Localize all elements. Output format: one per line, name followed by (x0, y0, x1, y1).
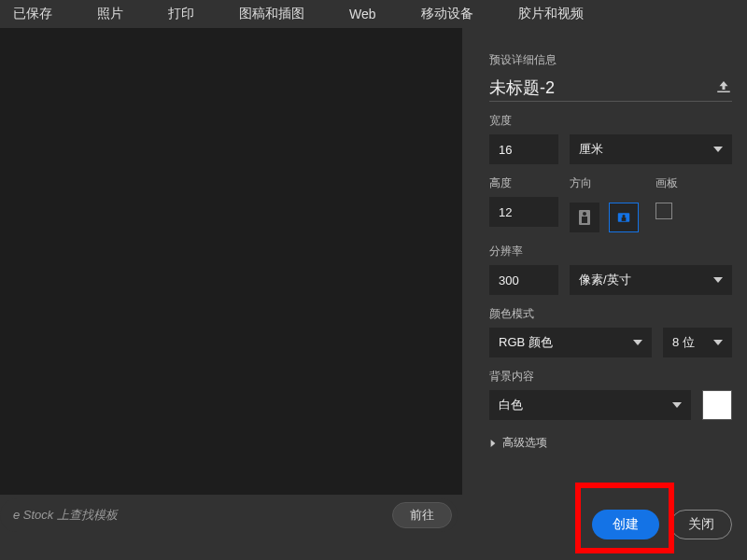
svg-point-4 (622, 215, 625, 217)
stock-search-bar[interactable]: e Stock 上查找模板 前往 (0, 498, 458, 532)
height-input[interactable] (489, 197, 558, 227)
color-mode-select[interactable]: RGB 颜色 (489, 328, 652, 357)
width-input[interactable] (489, 134, 558, 164)
chevron-down-icon (713, 338, 723, 347)
tab-mobile[interactable]: 移动设备 (417, 4, 477, 24)
create-button[interactable]: 创建 (592, 510, 659, 539)
chevron-down-icon (633, 338, 642, 347)
advanced-options-toggle[interactable]: 高级选项 (489, 435, 732, 451)
tab-web[interactable]: Web (345, 5, 380, 23)
orientation-portrait-button[interactable] (570, 203, 599, 232)
save-preset-icon[interactable] (715, 81, 732, 94)
orientation-label: 方向 (570, 175, 639, 191)
bit-depth-select[interactable]: 8 位 (663, 328, 732, 357)
svg-point-1 (583, 212, 586, 216)
width-unit-select[interactable]: 厘米 (570, 134, 732, 164)
advanced-options-label: 高级选项 (502, 435, 547, 451)
tab-print[interactable]: 打印 (164, 4, 198, 24)
color-mode-label: 颜色模式 (489, 306, 732, 322)
chevron-down-icon (713, 275, 723, 285)
background-label: 背景内容 (489, 369, 732, 385)
width-label: 宽度 (489, 113, 732, 129)
chevron-down-icon (713, 145, 723, 154)
color-mode-value: RGB 颜色 (499, 334, 553, 351)
tab-photo[interactable]: 照片 (93, 4, 127, 24)
svg-rect-5 (622, 217, 627, 221)
stock-go-button[interactable]: 前往 (392, 502, 452, 528)
close-button[interactable]: 关闭 (670, 510, 732, 539)
resolution-input[interactable] (489, 265, 558, 295)
preset-preview-area (0, 28, 462, 495)
resolution-unit-select[interactable]: 像素/英寸 (570, 265, 732, 295)
preset-details-heading: 预设详细信息 (489, 52, 732, 68)
category-tabs: 已保存 照片 打印 图稿和插图 Web 移动设备 胶片和视频 (0, 0, 747, 28)
preset-details-panel: 预设详细信息 宽度 厘米 高度 方向 (471, 28, 747, 560)
height-label: 高度 (489, 175, 558, 191)
document-title-input[interactable] (489, 74, 715, 101)
chevron-right-icon (489, 440, 497, 447)
artboard-checkbox[interactable] (655, 203, 672, 219)
resolution-label: 分辨率 (489, 244, 732, 259)
svg-rect-2 (582, 217, 587, 223)
background-value: 白色 (499, 397, 523, 413)
tab-art-illustration[interactable]: 图稿和插图 (235, 4, 308, 24)
stock-placeholder: e Stock 上查找模板 (13, 507, 118, 524)
dialog-footer: 创建 关闭 (592, 510, 732, 539)
tab-film-video[interactable]: 胶片和视频 (514, 4, 587, 24)
background-color-swatch[interactable] (702, 390, 732, 420)
tab-saved[interactable]: 已保存 (9, 4, 56, 24)
bit-depth-value: 8 位 (672, 334, 695, 351)
background-select[interactable]: 白色 (489, 390, 691, 420)
width-unit-value: 厘米 (579, 141, 603, 158)
chevron-down-icon (672, 400, 682, 410)
artboard-label: 画板 (655, 175, 678, 191)
resolution-unit-value: 像素/英寸 (579, 272, 631, 288)
orientation-landscape-button[interactable] (609, 203, 639, 232)
